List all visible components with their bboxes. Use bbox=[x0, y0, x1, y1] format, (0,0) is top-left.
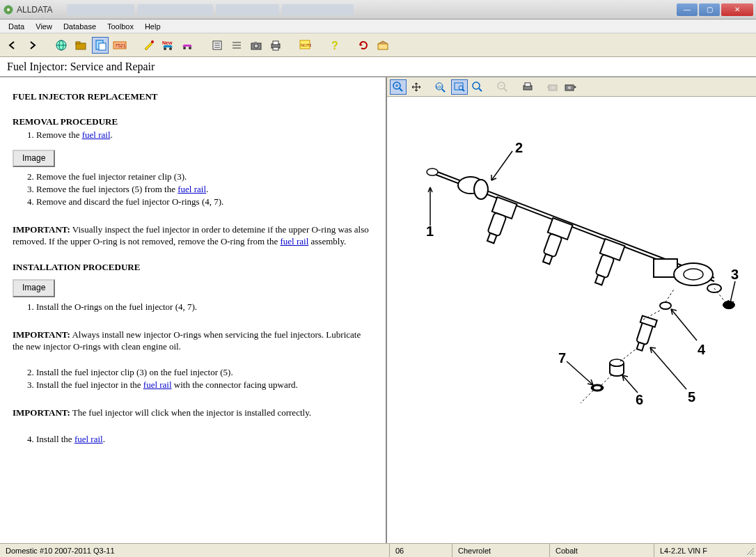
lines-icon[interactable] bbox=[228, 37, 245, 54]
bg-tab[interactable] bbox=[282, 4, 354, 15]
svg-line-49 bbox=[504, 88, 507, 91]
image-button[interactable]: Image bbox=[13, 279, 55, 297]
status-make: Chevrolet bbox=[452, 544, 550, 557]
svg-line-81 bbox=[671, 309, 697, 340]
fuel-rail-link[interactable]: fuel rail bbox=[82, 130, 111, 140]
minimize-button[interactable]: — bbox=[677, 3, 698, 16]
camera-icon[interactable] bbox=[248, 37, 265, 54]
menu-toolbox[interactable]: Toolbox bbox=[102, 21, 139, 32]
svg-line-94 bbox=[567, 361, 593, 385]
window-title: ALLDATA bbox=[17, 5, 53, 15]
svg-line-104 bbox=[753, 554, 754, 555]
image-pane: 100 bbox=[386, 77, 756, 543]
svg-text:5: 5 bbox=[688, 389, 695, 405]
document-icon[interactable] bbox=[92, 37, 109, 54]
menu-bar: Data View Database Toolbox Help bbox=[0, 19, 756, 33]
close-button[interactable]: ✕ bbox=[721, 3, 753, 16]
help-icon[interactable]: ? bbox=[326, 37, 342, 54]
main-toolbar: 7521 New NOTE ? bbox=[0, 33, 756, 57]
bg-tab[interactable] bbox=[216, 4, 279, 15]
svg-line-88 bbox=[620, 349, 636, 361]
globe-icon[interactable] bbox=[53, 37, 70, 54]
resize-grip-icon[interactable] bbox=[745, 546, 755, 556]
svg-line-45 bbox=[462, 89, 464, 91]
paint-icon[interactable] bbox=[141, 37, 157, 54]
new-car-icon[interactable]: New bbox=[160, 37, 177, 54]
svg-rect-6 bbox=[76, 42, 80, 44]
status-engine: L4-2.2L VIN F bbox=[654, 544, 756, 557]
important-note: IMPORTANT: Always install new injector O… bbox=[13, 329, 373, 353]
svg-point-16 bbox=[189, 47, 191, 49]
svg-text:2: 2 bbox=[515, 140, 523, 155]
camera-next-icon[interactable] bbox=[562, 79, 579, 95]
removal-step: Remove the fuel injector retainer clip (… bbox=[36, 171, 373, 183]
svg-line-92 bbox=[601, 375, 611, 385]
svg-point-1 bbox=[7, 8, 10, 11]
camera-prev-icon bbox=[544, 79, 561, 95]
removal-heading: REMOVAL PROCEDURE bbox=[13, 116, 373, 128]
fuel-rail-link[interactable]: fuel rail bbox=[143, 379, 172, 390]
svg-text:7: 7 bbox=[558, 350, 566, 366]
content-area: FUEL INJECTOR REPLACEMENT REMOVAL PROCED… bbox=[0, 77, 756, 543]
menu-database[interactable]: Database bbox=[58, 21, 102, 32]
shop-icon[interactable] bbox=[375, 37, 391, 54]
fuel-rail-link[interactable]: fuel rail bbox=[74, 434, 103, 444]
note-icon[interactable]: NOTE bbox=[297, 37, 313, 54]
car-icon[interactable] bbox=[180, 37, 196, 54]
svg-text:1: 1 bbox=[426, 223, 434, 239]
svg-point-15 bbox=[183, 47, 186, 49]
svg-point-11 bbox=[151, 40, 154, 43]
menu-view[interactable]: View bbox=[30, 21, 58, 32]
app-icon bbox=[3, 4, 14, 15]
image-viewer[interactable]: 1 2 3 4 5 6 7 bbox=[387, 97, 756, 543]
zoom-fit-icon[interactable] bbox=[451, 79, 468, 95]
print-image-icon[interactable] bbox=[519, 79, 536, 95]
pan-icon[interactable] bbox=[408, 79, 425, 95]
removal-step: Remove the fuel injectors (5) from the f… bbox=[36, 184, 373, 196]
maximize-button[interactable]: ▢ bbox=[699, 3, 720, 16]
svg-point-59 bbox=[427, 168, 438, 175]
svg-line-89 bbox=[622, 375, 638, 393]
svg-point-46 bbox=[473, 82, 480, 89]
svg-rect-28 bbox=[273, 41, 278, 45]
menu-help[interactable]: Help bbox=[139, 21, 166, 32]
svg-point-91 bbox=[594, 386, 601, 390]
install-step: Install the fuel injector in the fuel ra… bbox=[36, 379, 373, 391]
svg-point-54 bbox=[551, 86, 554, 89]
zoom-select-icon[interactable] bbox=[469, 79, 486, 95]
svg-line-86 bbox=[650, 347, 686, 389]
install-heading: INSTALLATION PROCEDURE bbox=[13, 262, 373, 274]
svg-rect-26 bbox=[254, 42, 257, 44]
bg-tab[interactable] bbox=[67, 4, 134, 15]
svg-text:New: New bbox=[162, 40, 173, 45]
list-icon[interactable] bbox=[209, 37, 226, 54]
svg-rect-33 bbox=[378, 44, 388, 49]
zoom-100-icon[interactable]: 100 bbox=[433, 79, 450, 95]
svg-text:6: 6 bbox=[636, 392, 643, 407]
zoom-in-icon[interactable] bbox=[390, 79, 407, 95]
document-pane: FUEL INJECTOR REPLACEMENT REMOVAL PROCED… bbox=[0, 77, 386, 543]
svg-line-47 bbox=[479, 88, 482, 91]
7521-icon[interactable]: 7521 bbox=[111, 37, 128, 54]
bg-tab[interactable] bbox=[137, 4, 213, 15]
fuel-rail-link[interactable]: fuel rail bbox=[178, 184, 206, 194]
svg-rect-29 bbox=[273, 47, 278, 50]
print-icon[interactable] bbox=[267, 37, 284, 54]
refresh-icon[interactable] bbox=[355, 37, 372, 54]
fuel-injector-diagram: 1 2 3 4 5 6 7 bbox=[401, 118, 742, 424]
svg-rect-52 bbox=[525, 83, 530, 86]
removal-step: Remove the fuel rail. bbox=[36, 130, 373, 141]
status-bar: Domestic #10 2007-2011 Q3-11 06 Chevrole… bbox=[0, 543, 756, 557]
fuel-rail-link[interactable]: fuel rail bbox=[280, 236, 308, 246]
important-note: IMPORTANT: The fuel injector will click … bbox=[13, 407, 373, 419]
svg-point-13 bbox=[164, 47, 166, 50]
svg-text:4: 4 bbox=[698, 342, 706, 357]
removal-step: Remove and discard the fuel injector O-r… bbox=[36, 196, 373, 208]
forward-button[interactable] bbox=[24, 37, 40, 54]
back-button[interactable] bbox=[4, 37, 21, 54]
folder-icon[interactable] bbox=[72, 37, 89, 54]
image-button[interactable]: Image bbox=[13, 150, 55, 168]
menu-data[interactable]: Data bbox=[3, 21, 30, 32]
status-model: Cobalt bbox=[550, 544, 654, 557]
svg-line-63 bbox=[491, 151, 512, 180]
